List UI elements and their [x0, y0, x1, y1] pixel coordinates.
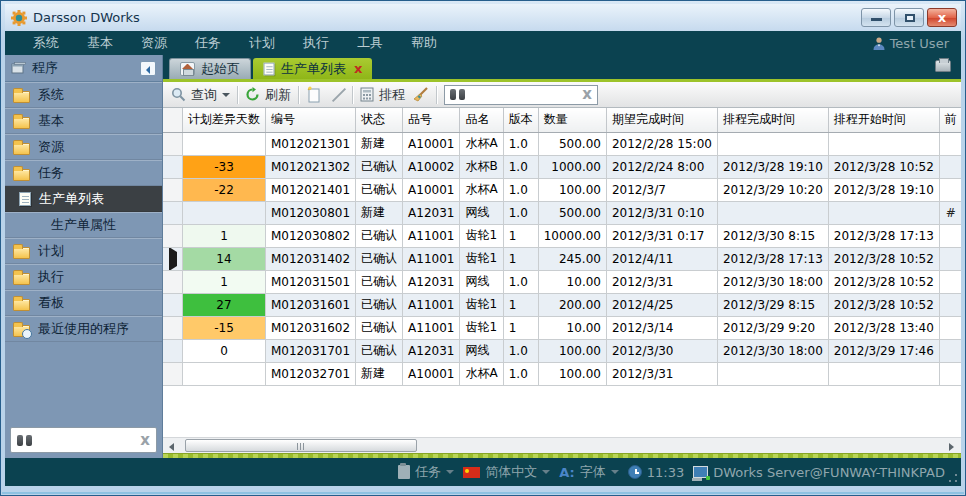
cell-expected[interactable]: 2012/3/7	[606, 178, 717, 201]
refresh-button[interactable]: 刷新	[245, 86, 291, 104]
cell-expected[interactable]: 2012/4/11	[606, 247, 717, 270]
cell-version[interactable]: 1.0	[503, 270, 538, 293]
column-header-计划差异天数[interactable]: 计划差异天数	[183, 108, 266, 132]
cell-status[interactable]: 已确认	[356, 270, 403, 293]
cell-expected[interactable]: 2012/3/31 0:10	[606, 201, 717, 224]
cell-status[interactable]: 已确认	[356, 293, 403, 316]
cell-extra[interactable]: #	[939, 201, 961, 224]
titlebar[interactable]: Darsson DWorks x	[5, 4, 961, 31]
cell-diff[interactable]	[183, 362, 266, 385]
sidebar-item-系统[interactable]: 系统	[5, 82, 162, 108]
cell-extra[interactable]	[939, 339, 961, 362]
menu-item-任务[interactable]: 任务	[181, 34, 235, 52]
cell-version[interactable]: 1	[503, 247, 538, 270]
cell-extra[interactable]	[939, 247, 961, 270]
cell-status[interactable]: 已确认	[356, 247, 403, 270]
cell-item_no[interactable]: A11001	[403, 247, 460, 270]
cell-item_no[interactable]: A11001	[403, 316, 460, 339]
cell-sched_start[interactable]	[828, 362, 939, 385]
cell-status[interactable]: 已确认	[356, 339, 403, 362]
cell-version[interactable]: 1.0	[503, 132, 538, 155]
cell-item_name[interactable]: 齿轮1	[460, 224, 503, 247]
cell-code[interactable]: M012031602	[266, 316, 356, 339]
cell-expected[interactable]: 2012/4/25	[606, 293, 717, 316]
cell-sched_finish[interactable]: 2012/3/28 19:10	[717, 155, 828, 178]
column-header-前[interactable]: 前	[939, 108, 961, 132]
cell-diff[interactable]: 14	[183, 247, 266, 270]
cell-extra[interactable]	[939, 270, 961, 293]
minimize-button[interactable]	[861, 8, 891, 27]
cell-qty[interactable]: 200.00	[538, 293, 606, 316]
cell-extra[interactable]	[939, 224, 961, 247]
cell-expected[interactable]: 2012/3/31	[606, 362, 717, 385]
cell-diff[interactable]: 1	[183, 224, 266, 247]
cell-code[interactable]: M012030802	[266, 224, 356, 247]
sidebar-item-计划[interactable]: 计划	[5, 238, 162, 264]
cell-diff[interactable]: -22	[183, 178, 266, 201]
cell-sched_finish[interactable]	[717, 362, 828, 385]
cell-version[interactable]: 1.0	[503, 155, 538, 178]
cell-diff[interactable]	[183, 201, 266, 224]
cell-status[interactable]: 已确认	[356, 224, 403, 247]
sidebar-search-input[interactable]	[38, 433, 134, 447]
cell-extra[interactable]	[939, 132, 961, 155]
cell-extra[interactable]	[939, 316, 961, 339]
cell-expected[interactable]: 2012/3/31 0:17	[606, 224, 717, 247]
cell-item_name[interactable]: 网线	[460, 270, 503, 293]
row-marker-cell[interactable]	[163, 247, 183, 270]
cell-code[interactable]: M012021301	[266, 132, 356, 155]
cell-code[interactable]: M012031501	[266, 270, 356, 293]
cell-diff[interactable]: 0	[183, 339, 266, 362]
column-header-品号[interactable]: 品号	[403, 108, 460, 132]
cell-status[interactable]: 已确认	[356, 316, 403, 339]
sidebar-item-最近使用的程序[interactable]: 最近使用的程序	[5, 316, 162, 342]
cell-item_name[interactable]: 水杯A	[460, 132, 503, 155]
cell-qty[interactable]: 10.00	[538, 270, 606, 293]
cell-sched_start[interactable]: 2012/3/29 17:46	[828, 339, 939, 362]
table-row-M012031601[interactable]: 27M012031601已确认A11001齿轮11200.002012/4/25…	[163, 293, 961, 316]
cell-status[interactable]: 已确认	[356, 178, 403, 201]
table-row-M012021301[interactable]: M012021301新建A10001水杯A1.0500.002012/2/28 …	[163, 132, 961, 155]
cell-sched_finish[interactable]: 2012/3/30 18:00	[717, 270, 828, 293]
cell-sched_start[interactable]: 2012/3/28 10:52	[828, 247, 939, 270]
cell-qty[interactable]: 100.00	[538, 178, 606, 201]
row-marker-cell[interactable]	[163, 362, 183, 385]
cell-sched_start[interactable]: 2012/3/28 10:52	[828, 155, 939, 178]
cell-item_no[interactable]: A10001	[403, 362, 460, 385]
sidebar-item-资源[interactable]: 资源	[5, 134, 162, 160]
cell-extra[interactable]	[939, 178, 961, 201]
row-marker-cell[interactable]	[163, 316, 183, 339]
cell-status[interactable]: 已确认	[356, 155, 403, 178]
scrollbar-thumb[interactable]	[185, 439, 417, 452]
cell-item_name[interactable]: 齿轮1	[460, 293, 503, 316]
broom-icon[interactable]	[412, 87, 429, 103]
cell-version[interactable]: 1.0	[503, 201, 538, 224]
table-row-M012031501[interactable]: 1M012031501已确认A12031网线1.010.002012/3/312…	[163, 270, 961, 293]
cell-item_no[interactable]: A12031	[403, 270, 460, 293]
cell-version[interactable]: 1	[503, 293, 538, 316]
cell-code[interactable]: M012030801	[266, 201, 356, 224]
cell-sched_finish[interactable]	[717, 132, 828, 155]
cell-diff[interactable]: 27	[183, 293, 266, 316]
table-row-M012021401[interactable]: -22M012021401已确认A10001水杯A1.0100.002012/3…	[163, 178, 961, 201]
cell-sched_start[interactable]: 2012/3/28 19:10	[828, 178, 939, 201]
cell-item_name[interactable]: 齿轮1	[460, 247, 503, 270]
cell-diff[interactable]	[183, 132, 266, 155]
tab-close-icon[interactable]: x	[354, 61, 362, 76]
cell-item_no[interactable]: A11001	[403, 224, 460, 247]
cell-code[interactable]: M012021401	[266, 178, 356, 201]
sidebar-item-生产单列表[interactable]: 生产单列表	[5, 186, 162, 212]
cell-diff[interactable]: -33	[183, 155, 266, 178]
cell-code[interactable]: M012031701	[266, 339, 356, 362]
cell-sched_start[interactable]: 2012/3/28 13:40	[828, 316, 939, 339]
menu-item-基本[interactable]: 基本	[73, 34, 127, 52]
sidebar-search-clear-icon[interactable]: x	[140, 433, 150, 448]
table-row-M012032701[interactable]: M012032701新建A10001水杯A1.0100.002012/3/31	[163, 362, 961, 385]
cell-sched_start[interactable]	[828, 201, 939, 224]
column-header-编号[interactable]: 编号	[266, 108, 356, 132]
language-menu[interactable]: 简体中文	[463, 463, 550, 481]
row-marker-cell[interactable]	[163, 178, 183, 201]
user-indicator[interactable]: Test User	[873, 36, 949, 51]
cell-version[interactable]: 1.0	[503, 339, 538, 362]
cell-sched_finish[interactable]: 2012/3/30 8:15	[717, 224, 828, 247]
